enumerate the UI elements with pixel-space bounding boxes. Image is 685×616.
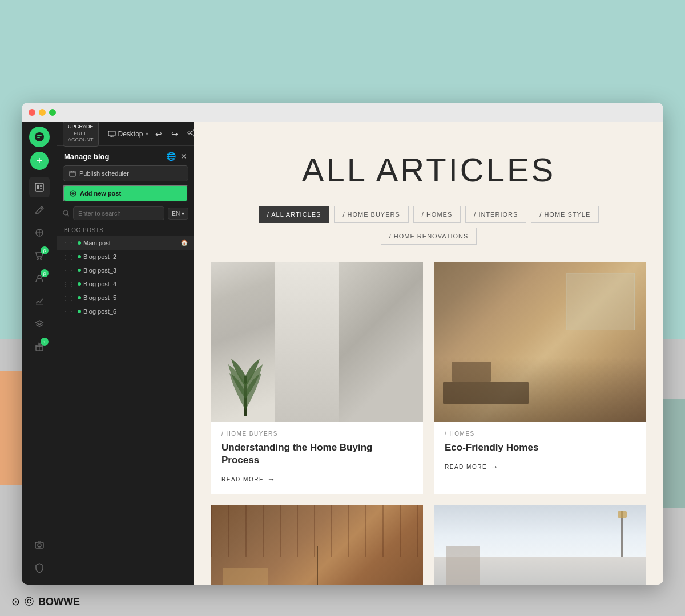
category-tab-all-articles[interactable]: / ALL ARTICLES [259,206,330,223]
add-new-post-button[interactable]: Add new post [63,185,188,202]
article-content: / HOME BUYERS Understanding the Home Buy… [211,422,423,494]
store-beta-badge: β [41,246,49,254]
sidebar-item-design[interactable] [29,222,50,243]
blog-main-title: ALL ARTICLES [217,151,640,189]
sidebar-item-camera[interactable] [29,534,50,555]
article-category: / HOMES [445,431,636,437]
category-tab-home-buyers[interactable]: / HOME BUYERS [334,206,408,223]
article-content: / HOMES Eco-Friendly Homes READ MORE → [434,422,646,481]
search-row: EN ▾ [57,206,194,225]
post-active-dot [78,241,81,245]
sidebar-item-store[interactable]: β [29,245,50,266]
globe-icon[interactable]: 🌐 [166,152,176,161]
language-selector[interactable]: EN ▾ [168,208,188,220]
chevron-down-icon: ▾ [146,131,148,137]
arrow-right-icon: → [267,475,276,484]
browser-chrome [22,103,663,122]
toolbar-actions: ↩ ↪ [153,126,194,141]
sidebar-item-edit[interactable] [29,200,50,220]
panel-actions: Publish scheduler Add new post [57,165,194,206]
svg-point-35 [63,210,68,215]
blog-posts-list: ⋮⋮ Main post 🏠 ⋮⋮ Blog post_2 ⋮⋮ Blog po… [57,236,194,585]
sidebar-item-crm[interactable]: β [29,268,50,289]
drag-handle-icon: ⋮⋮ [63,240,74,246]
share-button[interactable] [185,126,194,141]
cc-icon: ⓒ [25,596,34,608]
search-icon [63,210,70,217]
svg-line-36 [67,214,69,216]
svg-rect-6 [40,188,42,189]
post-active-dot [78,282,81,286]
category-tabs: / ALL ARTICLES / HOME BUYERS / HOMES / I… [194,206,663,262]
post-name: Blog post_4 [83,281,188,287]
lang-chevron-icon: ▾ [182,210,184,217]
post-active-dot [78,296,81,299]
add-new-post-label: Add new post [80,190,121,197]
svg-rect-16 [108,131,115,136]
drag-handle-icon: ⋮⋮ [63,254,74,260]
upgrade-button[interactable]: UPGRADE FREE ACCOUNT [63,122,99,147]
svg-line-22 [190,131,194,132]
article-card: / INTERIORS Modern Interior Design READ … [211,505,423,585]
minimize-button[interactable] [39,109,46,116]
post-name: Blog post_3 [83,267,188,274]
blog-header: ALL ARTICLES [194,122,663,206]
read-more-link[interactable]: READ MORE → [221,475,413,484]
sidebar-item-gifts[interactable]: 1 [29,337,50,357]
blog-post-item[interactable]: ⋮⋮ Blog post_4 [57,277,194,291]
close-button[interactable] [29,109,35,116]
category-tab-interiors[interactable]: / INTERIORS [465,206,526,223]
category-tab-home-renovations[interactable]: / HOME RENOVATIONS [381,228,477,245]
category-tab-home-style[interactable]: / HOME STYLE [531,206,599,223]
post-active-dot [78,255,81,258]
svg-point-8 [37,258,39,260]
device-label: Desktop [118,130,143,138]
publish-scheduler-button[interactable]: Publish scheduler [63,165,188,181]
arrow-right-icon: → [490,462,499,471]
article-title: Eco-Friendly Homes [445,441,636,454]
upgrade-label: UPGRADE [68,124,94,131]
close-panel-icon[interactable]: ✕ [180,152,187,161]
sidebar-item-pages[interactable] [29,177,50,197]
articles-grid: / HOME BUYERS Understanding the Home Buy… [194,262,663,585]
sidebar-item-layers[interactable] [29,314,50,334]
panel-title: Manage blog [64,152,109,161]
share-icon [187,128,194,137]
blog-post-item[interactable]: ⋮⋮ Blog post_6 [57,305,194,318]
article-title: Understanding the Home Buying Process [221,441,413,467]
read-more-label: READ MORE [221,476,264,483]
read-more-label: READ MORE [445,464,487,470]
svg-rect-28 [70,171,75,176]
desktop-icon [108,130,116,138]
crm-beta-badge: β [41,269,49,277]
search-input[interactable] [73,206,164,220]
drag-handle-icon: ⋮⋮ [63,268,74,274]
sidebar-item-analytics[interactable] [29,291,50,311]
undo-button[interactable]: ↩ [153,127,164,141]
redo-button[interactable]: ↪ [169,127,180,141]
drag-handle-icon: ⋮⋮ [63,309,74,315]
left-sidebar: + [22,122,57,585]
device-selector[interactable]: Desktop ▾ [108,130,148,138]
upgrade-sublabel: FREE ACCOUNT [68,131,94,144]
sidebar-item-shield[interactable] [29,557,50,578]
add-element-button[interactable]: + [30,152,49,170]
browser-window: + [22,103,663,585]
blog-post-item[interactable]: ⋮⋮ Main post 🏠 [57,236,194,250]
read-more-link[interactable]: READ MORE → [445,462,636,471]
svg-point-20 [188,132,190,134]
maximize-button[interactable] [49,109,56,116]
blog-post-item[interactable]: ⋮⋮ Blog post_5 [57,291,194,305]
blog-post-item[interactable]: ⋮⋮ Blog post_3 [57,264,194,277]
panel-header-icons: 🌐 ✕ [166,152,187,161]
article-card: / HOME STYLE Exterior Home Styles READ M… [434,505,646,585]
article-card: / HOMES Eco-Friendly Homes READ MORE → [434,262,646,494]
post-active-dot [78,269,81,272]
publish-scheduler-label: Publish scheduler [79,170,129,177]
blog-post-item[interactable]: ⋮⋮ Blog post_2 [57,250,194,264]
language-label: EN [172,210,180,217]
category-tab-homes[interactable]: / HOMES [413,206,461,223]
post-name: Main post [83,240,178,246]
post-name: Blog post_5 [83,294,188,301]
drag-handle-icon: ⋮⋮ [63,295,74,301]
